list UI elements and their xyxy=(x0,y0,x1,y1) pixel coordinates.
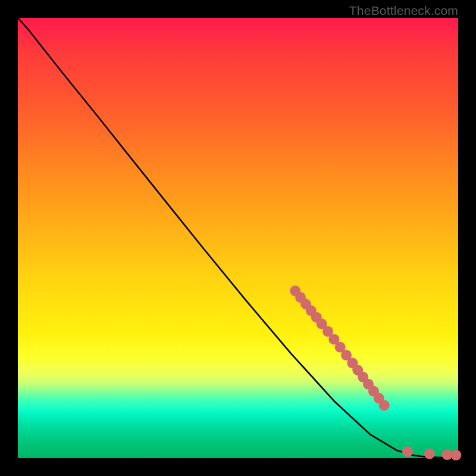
watermark-text: TheBottleneck.com xyxy=(349,4,458,18)
plot-area xyxy=(18,18,458,458)
data-dot xyxy=(379,400,390,411)
data-dot xyxy=(450,450,461,461)
data-dots xyxy=(290,286,461,461)
data-dot xyxy=(402,446,413,457)
chart-overlay xyxy=(18,18,458,458)
data-dot xyxy=(424,449,435,459)
bottleneck-curve xyxy=(18,18,458,458)
chart-frame: TheBottleneck.com xyxy=(0,0,476,476)
